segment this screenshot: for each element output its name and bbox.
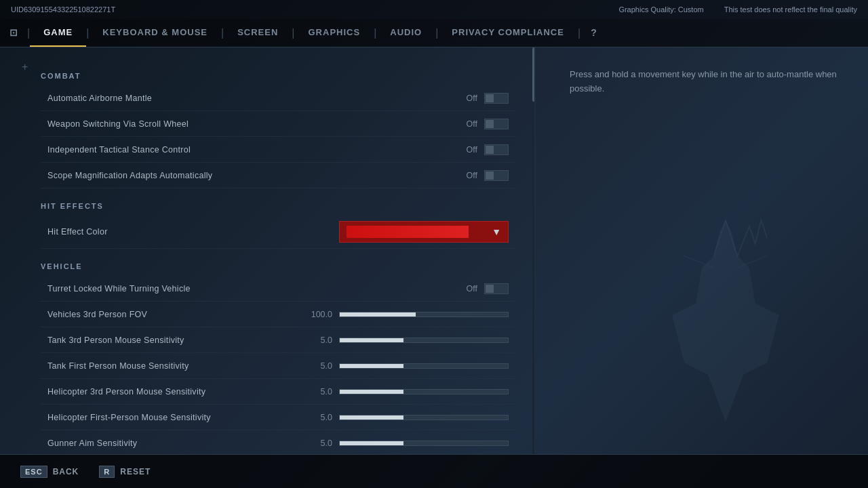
tab-audio[interactable]: AUDIO xyxy=(376,19,435,47)
setting-value: 5.0 xyxy=(305,387,332,396)
setting-weapon-switching[interactable]: Weapon Switching Via Scroll Wheel Off xyxy=(41,111,515,137)
tab-keyboard-mouse[interactable]: KEYBOARD & MOUSE xyxy=(89,19,221,47)
setting-tank-1st-sensitivity[interactable]: Tank First Person Mouse Sensitivity 5.0 xyxy=(41,353,515,379)
bottom-bar: Esc Back R Reset xyxy=(0,454,868,488)
setting-tactical-stance[interactable]: Independent Tactical Stance Control Off xyxy=(41,137,515,163)
setting-value: 5.0 xyxy=(305,439,332,448)
slider-tank-3rd-sensitivity[interactable] xyxy=(339,338,509,343)
setting-label: Hit Effect Color xyxy=(47,227,339,237)
slider-track xyxy=(339,363,509,369)
graphics-quality: Graphics Quality: Custom xyxy=(618,5,703,14)
side-panel-description: Press and hold a movement key while in t… xyxy=(570,68,841,96)
setting-label: Helicopter 3rd Person Mouse Sensitivity xyxy=(47,387,305,396)
tab-game[interactable]: GAME xyxy=(30,19,86,47)
back-label: Back xyxy=(53,467,79,476)
setting-label: Tank First Person Mouse Sensitivity xyxy=(47,361,305,371)
setting-gunner-aim-sensitivity[interactable]: Gunner Aim Sensitivity 5.0 xyxy=(41,430,515,454)
slider-fill xyxy=(340,441,403,445)
slider-fill xyxy=(340,390,403,394)
slider-track xyxy=(339,441,509,446)
setting-value: Off xyxy=(450,284,477,293)
slider-track xyxy=(339,312,509,317)
chevron-down-icon: ▼ xyxy=(492,226,501,237)
slider-fill xyxy=(340,415,403,420)
setting-helicopter-1st-sensitivity[interactable]: Helicopter First-Person Mouse Sensitivit… xyxy=(41,405,515,430)
setting-label: Helicopter First-Person Mouse Sensitivit… xyxy=(47,413,305,422)
slider-track xyxy=(339,338,509,343)
section-combat-header: COMBAT xyxy=(41,72,515,80)
setting-label: Tank 3rd Person Mouse Sensitivity xyxy=(47,336,305,345)
slider-track xyxy=(339,415,509,420)
setting-label: Independent Tactical Stance Control xyxy=(47,145,450,155)
toggle-automatic-airborne-mantle[interactable] xyxy=(484,93,509,104)
setting-label: Vehicles 3rd Person FOV xyxy=(47,310,305,319)
setting-automatic-airborne-mantle[interactable]: Automatic Airborne Mantle Off xyxy=(41,85,515,111)
setting-value: 5.0 xyxy=(305,413,332,422)
setting-value: Off xyxy=(450,94,477,103)
slider-helicopter-1st-sensitivity[interactable] xyxy=(339,415,509,420)
setting-value: 100.0 xyxy=(305,310,332,319)
color-preview xyxy=(347,226,469,238)
slider-gunner-aim-sensitivity[interactable] xyxy=(339,441,509,446)
tab-privacy-compliance[interactable]: PRIVACY COMPLIANCE xyxy=(438,19,578,47)
toggle-tactical-stance[interactable] xyxy=(484,144,509,155)
tab-graphics[interactable]: GRAPHICS xyxy=(295,19,374,47)
slider-fill xyxy=(340,364,403,368)
test-notice: This test does not reflect the final qua… xyxy=(724,5,857,14)
setting-scope-magnification[interactable]: Scope Magnification Adapts Automatically… xyxy=(41,163,515,188)
settings-panel: COMBAT Automatic Airborne Mantle Off Wea… xyxy=(0,47,536,454)
setting-value: 5.0 xyxy=(305,361,332,371)
reset-key: R xyxy=(99,466,115,478)
setting-value: 5.0 xyxy=(305,336,332,345)
back-button[interactable]: Esc Back xyxy=(20,466,79,478)
setting-vehicles-3rd-fov[interactable]: Vehicles 3rd Person FOV 100.0 xyxy=(41,302,515,327)
setting-label: Automatic Airborne Mantle xyxy=(47,94,450,103)
setting-label: Weapon Switching Via Scroll Wheel xyxy=(47,119,450,129)
setting-hit-effect-color[interactable]: Hit Effect Color ▼ xyxy=(41,216,515,249)
panel-divider xyxy=(534,47,536,454)
toggle-weapon-switching[interactable] xyxy=(484,119,509,129)
setting-helicopter-3rd-sensitivity[interactable]: Helicopter 3rd Person Mouse Sensitivity … xyxy=(41,379,515,405)
setting-label: Turret Locked While Turning Vehicle xyxy=(47,284,450,293)
tab-icon-left[interactable]: ⊡ xyxy=(0,19,27,47)
add-icon[interactable]: + xyxy=(22,61,28,73)
setting-tank-3rd-sensitivity[interactable]: Tank 3rd Person Mouse Sensitivity 5.0 xyxy=(41,327,515,353)
section-vehicle-header: VEHICLE xyxy=(41,262,515,270)
slider-vehicles-3rd-fov[interactable] xyxy=(339,312,509,317)
setting-turret-locked[interactable]: Turret Locked While Turning Vehicle Off xyxy=(41,276,515,302)
top-bar: UID630915543322510822271T Graphics Quali… xyxy=(0,0,868,19)
dropdown-hit-effect-color[interactable]: ▼ xyxy=(339,221,509,243)
slider-fill xyxy=(340,312,416,317)
reset-button[interactable]: R Reset xyxy=(99,466,151,478)
slider-helicopter-3rd-sensitivity[interactable] xyxy=(339,389,509,394)
toggle-turret-locked[interactable] xyxy=(484,283,509,294)
user-id: UID630915543322510822271T xyxy=(11,5,115,14)
tab-icon-right[interactable]: ? xyxy=(580,19,608,47)
section-hit-effects-header: HIT EFFECTS xyxy=(41,202,515,210)
setting-label: Gunner Aim Sensitivity xyxy=(47,439,305,448)
setting-value: Off xyxy=(450,119,477,129)
setting-label: Scope Magnification Adapts Automatically xyxy=(47,171,450,180)
nav-tabs: ⊡ | GAME | KEYBOARD & MOUSE | SCREEN | G… xyxy=(0,19,868,47)
side-panel: Press and hold a movement key while in t… xyxy=(542,47,868,454)
tab-screen[interactable]: SCREEN xyxy=(224,19,292,47)
slider-tank-1st-sensitivity[interactable] xyxy=(339,363,509,369)
slider-track xyxy=(339,389,509,394)
toggle-scope-magnification[interactable] xyxy=(484,170,509,181)
setting-value: Off xyxy=(450,145,477,155)
reset-label: Reset xyxy=(120,467,151,476)
back-key: Esc xyxy=(20,466,47,478)
setting-value: Off xyxy=(450,171,477,180)
slider-fill xyxy=(340,338,403,342)
